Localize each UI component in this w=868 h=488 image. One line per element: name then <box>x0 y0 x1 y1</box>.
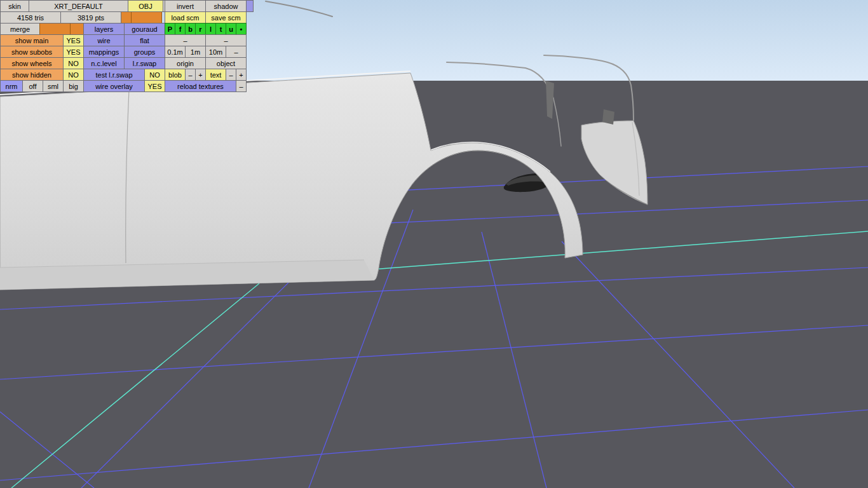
dash-button-a[interactable]: – <box>165 34 206 46</box>
show-subobs-value[interactable]: YES <box>63 46 84 58</box>
show-wheels-value[interactable]: NO <box>63 57 84 69</box>
show-hidden-value[interactable]: NO <box>63 69 84 81</box>
groups-button[interactable]: groups <box>124 46 165 58</box>
nrm-big-button[interactable]: big <box>63 80 84 92</box>
dash-button-b[interactable]: – <box>205 34 247 46</box>
reload-dash-button[interactable]: – <box>236 80 247 92</box>
text-plus-button[interactable]: + <box>236 69 247 81</box>
show-wheels-toggle[interactable]: show wheels <box>0 57 64 69</box>
view-under-button[interactable]: u <box>226 23 236 35</box>
snap-1m-button[interactable]: 1m <box>185 46 206 58</box>
layers-button[interactable]: layers <box>83 23 125 35</box>
wire-button[interactable]: wire <box>83 34 125 46</box>
flat-button[interactable]: flat <box>124 34 165 46</box>
nrm-sml-button[interactable]: sml <box>43 80 64 92</box>
view-options-panel: invert shadow load scm save scm layers g… <box>0 0 246 92</box>
show-main-toggle[interactable]: show main <box>0 34 64 46</box>
blob-plus-button[interactable]: + <box>195 69 206 81</box>
view-front-button[interactable]: f <box>175 23 186 35</box>
nrm-button[interactable]: nrm <box>0 80 23 92</box>
origin-button[interactable]: origin <box>165 57 206 69</box>
editor-screen: H subob tri point build map cutout page … <box>0 0 868 488</box>
text-label[interactable]: text <box>205 69 226 81</box>
snap-dash-button[interactable]: – <box>226 46 247 58</box>
text-minus-button[interactable]: – <box>226 69 236 81</box>
show-main-value[interactable]: YES <box>63 34 84 46</box>
blob-minus-button[interactable]: – <box>185 69 196 81</box>
mappings-button[interactable]: mappings <box>83 46 125 58</box>
snap-01m-button[interactable]: 0.1m <box>165 46 186 58</box>
view-left-button[interactable]: l <box>205 23 216 35</box>
lr-swap-button[interactable]: l.r.swap <box>124 57 165 69</box>
view-persp-button[interactable]: P <box>165 23 175 35</box>
reload-textures-button[interactable]: reload textures <box>165 80 236 92</box>
wire-overlay-value[interactable]: YES <box>144 80 165 92</box>
object-button[interactable]: object <box>205 57 247 69</box>
blob-label[interactable]: blob <box>165 69 186 81</box>
wire-overlay-button[interactable]: wire overlay <box>83 80 145 92</box>
show-subobs-toggle[interactable]: show subobs <box>0 46 64 58</box>
invert-button[interactable]: invert <box>165 0 206 12</box>
view-back-button[interactable]: b <box>185 23 196 35</box>
view-dot-button[interactable]: • <box>236 23 247 35</box>
shadow-button[interactable]: shadow <box>205 0 247 12</box>
save-scm-button[interactable]: save scm <box>205 11 247 24</box>
nrm-off-button[interactable]: off <box>22 80 43 92</box>
view-right-button[interactable]: r <box>195 23 206 35</box>
load-scm-button[interactable]: load scm <box>165 11 206 24</box>
test-lr-swap-value[interactable]: NO <box>144 69 165 81</box>
gouraud-button[interactable]: gouraud <box>124 23 165 35</box>
taillight-edge <box>602 109 614 125</box>
view-top-button[interactable]: t <box>215 23 226 35</box>
show-hidden-toggle[interactable]: show hidden <box>0 69 64 81</box>
nc-level-button[interactable]: n.c.level <box>83 57 125 69</box>
snap-10m-button[interactable]: 10m <box>205 46 226 58</box>
test-lr-swap-button[interactable]: test l.r.swap <box>83 69 145 81</box>
